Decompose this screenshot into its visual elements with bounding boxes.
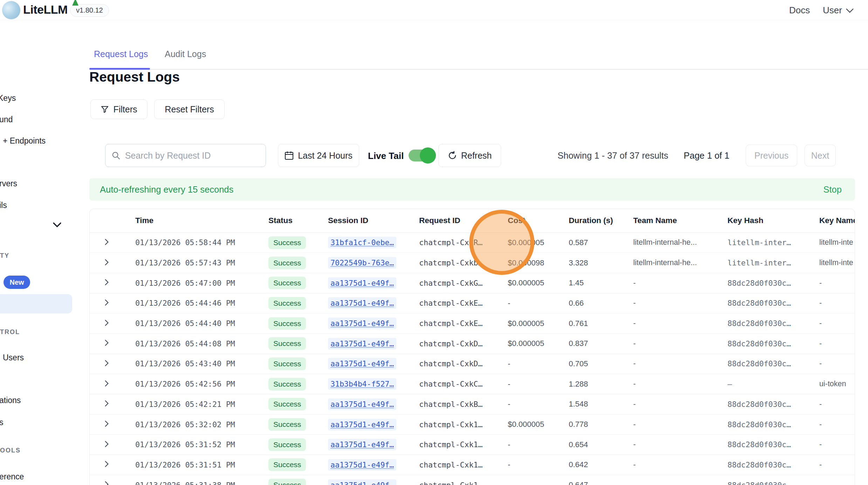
expand-row-button[interactable] bbox=[104, 380, 109, 388]
nav-docs-link[interactable]: Docs bbox=[789, 5, 810, 16]
tab-audit-logs[interactable]: Audit Logs bbox=[165, 49, 206, 59]
cell-request: chatcmpl-CxkD… bbox=[419, 359, 483, 368]
col-session-id: Session ID bbox=[328, 209, 419, 233]
cell-session[interactable]: aa1375d1-e49f… bbox=[328, 338, 396, 349]
expand-row-button[interactable] bbox=[104, 279, 109, 287]
cell-keyhash: 88dc28d0f030c… bbox=[727, 440, 791, 449]
cell-session[interactable]: 7022549b-763e… bbox=[328, 257, 396, 269]
cell-duration: 0.66 bbox=[569, 299, 584, 307]
col-expander bbox=[90, 209, 135, 233]
tab-request-logs[interactable]: Request Logs bbox=[94, 49, 148, 59]
sidebar-item-guardrails[interactable]: ils bbox=[0, 201, 7, 210]
time-range-button[interactable]: Last 24 Hours bbox=[278, 144, 359, 167]
cell-team: - bbox=[633, 299, 636, 307]
cell-cost: - bbox=[508, 460, 510, 469]
col-duration: Duration (s) bbox=[569, 209, 633, 233]
cell-duration: 0.647 bbox=[569, 480, 588, 485]
sidebar-item-keys[interactable]: Keys bbox=[0, 93, 16, 103]
cell-time: 01/13/2026 05:32:02 PM bbox=[135, 420, 235, 429]
cell-time: 01/13/2026 05:42:21 PM bbox=[135, 400, 235, 409]
stop-auto-refresh-link[interactable]: Stop bbox=[823, 185, 842, 195]
refresh-button[interactable]: Refresh bbox=[438, 144, 501, 167]
table-row: 01/13/2026 05:31:52 PMSuccessaa1375d1-e4… bbox=[90, 435, 855, 455]
reset-filters-button[interactable]: Reset Filters bbox=[154, 99, 225, 119]
table-row: 01/13/2026 05:32:02 PMSuccessaa1375d1-e4… bbox=[90, 414, 855, 435]
sidebar-collapse-chevron[interactable] bbox=[53, 222, 62, 229]
cell-request: chatcmpl-CxkE… bbox=[419, 319, 483, 328]
cell-team: - bbox=[633, 279, 636, 287]
sidebar-item-servers[interactable]: rvers bbox=[0, 179, 17, 188]
live-tail-label: Live Tail bbox=[368, 151, 404, 161]
sidebar-item-users[interactable]: Users bbox=[3, 353, 24, 362]
reset-filters-label: Reset Filters bbox=[165, 104, 214, 115]
brand-title: LiteLLM bbox=[23, 3, 68, 16]
cell-keyname: - bbox=[819, 339, 822, 348]
previous-page-button[interactable]: Previous bbox=[746, 145, 797, 166]
cell-team: - bbox=[633, 420, 636, 429]
funnel-icon bbox=[101, 105, 109, 113]
cell-session[interactable]: aa1375d1-e49f… bbox=[328, 459, 396, 471]
cell-duration: 0.705 bbox=[569, 359, 588, 368]
sidebar-item-playground[interactable]: und bbox=[0, 115, 13, 124]
expand-row-button[interactable] bbox=[104, 319, 109, 328]
search-request-id-box[interactable] bbox=[105, 144, 266, 167]
top-navbar: LiteLLM v1.80.12 Docs User bbox=[0, 0, 868, 20]
user-menu[interactable]: User bbox=[823, 5, 854, 16]
cell-session[interactable]: aa1375d1-e49f… bbox=[328, 439, 396, 450]
cell-keyname: ui-token bbox=[819, 380, 846, 388]
table-row: 01/13/2026 05:44:40 PMSuccessaa1375d1-e4… bbox=[90, 313, 855, 334]
cell-status: Success bbox=[268, 277, 306, 289]
col-key-name: Key Name bbox=[819, 209, 855, 233]
next-label: Next bbox=[811, 151, 829, 161]
tree-icon bbox=[72, 0, 78, 6]
sidebar-item-organizations[interactable]: ations bbox=[0, 396, 21, 405]
cell-time: 01/13/2026 05:42:56 PM bbox=[135, 380, 235, 388]
expand-row-button[interactable] bbox=[104, 360, 109, 368]
expand-row-button[interactable] bbox=[104, 259, 109, 267]
cell-status: Success bbox=[268, 378, 306, 390]
expand-row-button[interactable] bbox=[104, 441, 109, 449]
live-tail-toggle[interactable] bbox=[409, 150, 433, 161]
chevron-right-icon bbox=[104, 360, 109, 367]
cell-status: Success bbox=[268, 358, 306, 370]
search-input[interactable] bbox=[125, 151, 259, 161]
sidebar-item-api-reference[interactable]: erence bbox=[0, 472, 24, 481]
cell-request: chatcmpl-Cxk1… bbox=[419, 420, 483, 429]
filters-button[interactable]: Filters bbox=[90, 99, 148, 119]
expand-row-button[interactable] bbox=[104, 400, 109, 408]
toggle-knob bbox=[420, 147, 436, 164]
page-title: Request Logs bbox=[89, 69, 180, 85]
sidebar-item-logs-selected[interactable] bbox=[0, 294, 72, 313]
cell-session[interactable]: aa1375d1-e49f… bbox=[328, 399, 396, 410]
sidebar-item-models-endpoints[interactable]: + Endpoints bbox=[3, 136, 46, 146]
cell-cost: - bbox=[508, 480, 510, 485]
cell-keyname: - bbox=[819, 279, 822, 287]
cell-session[interactable]: aa1375d1-e49f… bbox=[328, 479, 396, 485]
cell-cost: $0.000005 bbox=[508, 238, 544, 247]
expand-row-button[interactable] bbox=[104, 339, 109, 348]
table-row: 01/13/2026 05:42:21 PMSuccessaa1375d1-e4… bbox=[90, 394, 855, 415]
cell-session[interactable]: aa1375d1-e49f… bbox=[328, 419, 396, 430]
cell-session[interactable]: 31bfa1cf-0ebe… bbox=[328, 237, 396, 248]
cell-time: 01/13/2026 05:47:00 PM bbox=[135, 279, 235, 287]
logs-table: Time Status Session ID Request ID Cost D… bbox=[90, 209, 855, 485]
expand-row-button[interactable] bbox=[104, 481, 109, 485]
sidebar-item-teams[interactable]: s bbox=[0, 418, 4, 427]
next-page-button[interactable]: Next bbox=[805, 145, 836, 166]
cell-session[interactable]: aa1375d1-e49f… bbox=[328, 358, 396, 369]
cell-session[interactable]: aa1375d1-e49f… bbox=[328, 318, 396, 329]
sidebar-section-access-control: TROL bbox=[0, 328, 20, 336]
expand-row-button[interactable] bbox=[104, 460, 109, 469]
expand-row-button[interactable] bbox=[104, 299, 109, 307]
expand-row-button[interactable] bbox=[104, 238, 109, 247]
cell-session[interactable]: 31b3b4b4-f527… bbox=[328, 378, 396, 390]
sidebar: Keys und + Endpoints rvers ils TY New TR… bbox=[0, 20, 72, 485]
chevron-right-icon bbox=[104, 279, 109, 286]
cell-cost: - bbox=[508, 380, 510, 388]
cell-cost: $0.000005 bbox=[508, 278, 544, 287]
expand-row-button[interactable] bbox=[104, 420, 109, 429]
cell-team: - bbox=[633, 481, 636, 485]
cell-session[interactable]: aa1375d1-e49f… bbox=[328, 297, 396, 309]
cell-session[interactable]: aa1375d1-e49f… bbox=[328, 277, 396, 289]
cell-keyhash: 88dc28d0f030c… bbox=[727, 481, 791, 485]
